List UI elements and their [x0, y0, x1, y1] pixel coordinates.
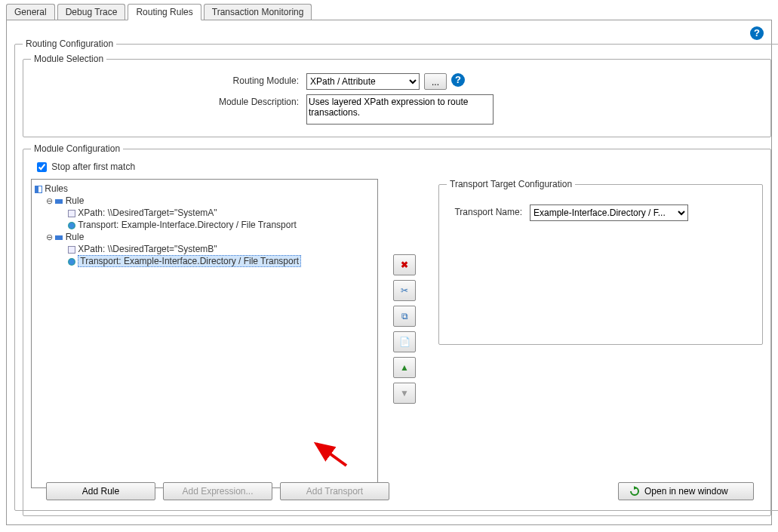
- delete-button[interactable]: ✖: [393, 254, 416, 275]
- routing-rules-panel: ? Routing Configuration Module Selection…: [6, 20, 772, 525]
- routing-configuration-fieldset: Routing Configuration Module Selection R…: [14, 38, 778, 511]
- tree-rule-2[interactable]: ⊖ Rule: [45, 231, 374, 243]
- tab-general[interactable]: General: [6, 4, 55, 20]
- routing-module-browse-button[interactable]: ...: [424, 73, 447, 90]
- module-selection-legend: Module Selection: [31, 54, 106, 64]
- tab-transaction-monitoring[interactable]: Transaction Monitoring: [204, 4, 312, 20]
- copy-icon: ⧉: [401, 311, 408, 321]
- stop-after-first-match-label: Stop after first match: [51, 161, 135, 172]
- module-configuration-fieldset: Module Configuration Stop after first ma…: [23, 143, 771, 516]
- open-window-icon: [629, 486, 640, 497]
- add-transport-button[interactable]: Add Transport: [280, 482, 389, 500]
- tab-routing-rules[interactable]: Routing Rules: [128, 4, 201, 20]
- transport-name-select[interactable]: Example-Interface.Directory / F...: [530, 204, 688, 221]
- routing-configuration-legend: Routing Configuration: [23, 38, 116, 49]
- tree-root[interactable]: Rules: [35, 183, 374, 195]
- xpath-icon: [68, 210, 75, 217]
- tree-rule-1-transport[interactable]: Transport: Example-Interface.Directory /…: [68, 219, 374, 231]
- arrow-down-icon: ▼: [400, 388, 409, 398]
- module-description-label: Module Description:: [197, 94, 306, 107]
- arrow-up-icon: ▲: [400, 362, 409, 373]
- copy-button[interactable]: ⧉: [393, 306, 416, 327]
- cut-icon: ✂: [401, 285, 408, 296]
- xpath-icon: [68, 246, 75, 254]
- toggle-icon[interactable]: ⊖: [45, 198, 53, 205]
- delete-icon: ✖: [401, 260, 408, 270]
- transport-icon: [68, 258, 75, 266]
- transport-name-label: Transport Name:: [447, 204, 530, 217]
- module-description-textarea[interactable]: Uses layered XPath expression to route t…: [306, 94, 494, 125]
- transport-target-config-fieldset: Transport Target Configuration Transport…: [438, 179, 763, 345]
- help-icon[interactable]: ?: [750, 26, 764, 40]
- module-configuration-legend: Module Configuration: [31, 143, 123, 154]
- tree-rule-2-xpath[interactable]: XPath: \\DesiredTarget="SystemB": [68, 243, 374, 255]
- routing-module-help-icon[interactable]: ?: [451, 73, 465, 87]
- rule-icon: [55, 235, 63, 240]
- tree-rule-1[interactable]: ⊖ Rule: [45, 195, 374, 207]
- rules-icon: [35, 186, 42, 193]
- tree-rule-2-transport[interactable]: Transport: Example-Interface.Directory /…: [68, 255, 374, 267]
- transport-target-config-legend: Transport Target Configuration: [447, 179, 575, 189]
- tab-debug-trace[interactable]: Debug Trace: [57, 4, 126, 20]
- rules-tree[interactable]: Rules ⊖ Rule XPath: \\DesiredTarget="Sys…: [31, 179, 378, 488]
- paste-button[interactable]: 📄: [393, 331, 416, 352]
- open-in-new-window-button[interactable]: Open in new window: [618, 482, 754, 500]
- add-expression-button[interactable]: Add Expression...: [163, 482, 272, 500]
- add-rule-button[interactable]: Add Rule: [46, 482, 155, 500]
- move-up-button[interactable]: ▲: [393, 357, 416, 378]
- routing-module-select[interactable]: XPath / Attribute: [306, 73, 420, 90]
- module-selection-fieldset: Module Selection Routing Module: XPath /…: [23, 54, 771, 137]
- tree-rule-1-xpath[interactable]: XPath: \\DesiredTarget="SystemA": [68, 207, 374, 219]
- move-down-button[interactable]: ▼: [393, 383, 416, 404]
- stop-after-first-match-checkbox[interactable]: [37, 162, 47, 172]
- routing-module-label: Routing Module:: [197, 73, 306, 86]
- transport-icon: [68, 222, 75, 229]
- toggle-icon[interactable]: ⊖: [45, 234, 53, 241]
- cut-button[interactable]: ✂: [393, 280, 416, 301]
- paste-icon: 📄: [399, 337, 411, 347]
- rule-icon: [55, 199, 63, 204]
